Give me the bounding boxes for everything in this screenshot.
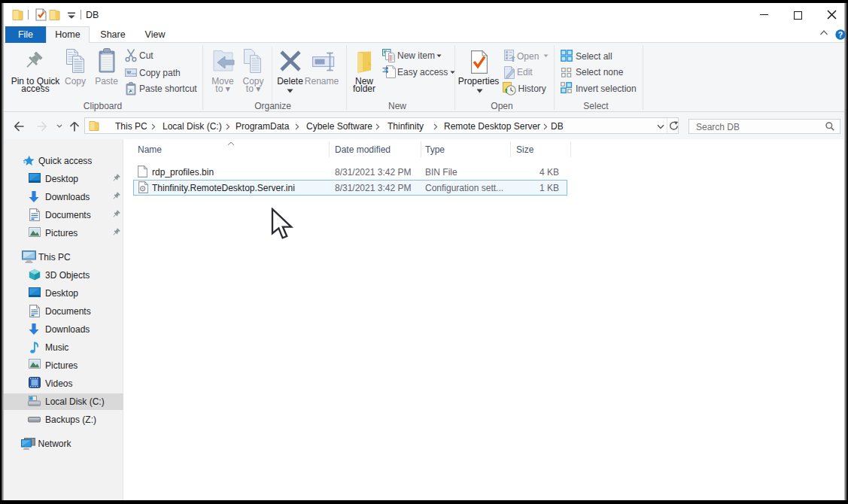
svg-text:?: ? bbox=[838, 30, 843, 39]
